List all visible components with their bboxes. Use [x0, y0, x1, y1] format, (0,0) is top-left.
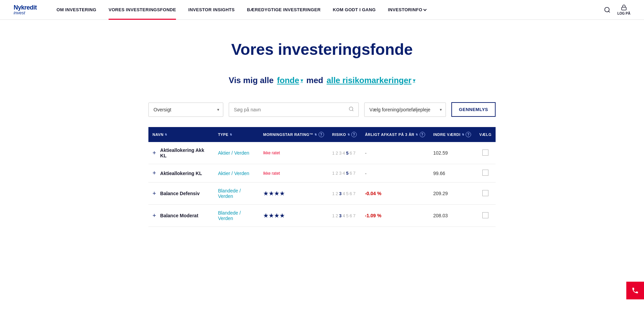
filter-fonde-link[interactable]: fonde ▾	[277, 76, 303, 85]
overview-select[interactable]: Oversigt	[148, 103, 223, 117]
fonde-arrow-icon: ▾	[301, 78, 303, 83]
fund-vaelg	[475, 142, 496, 164]
sort-navn-icon: ⇅	[165, 133, 167, 136]
fund-afkast: -1.09 %	[361, 205, 429, 227]
sort-afkast-icon: ⇅	[416, 133, 418, 136]
fund-vaelg	[475, 205, 496, 227]
fund-indrevaerdi: 209.29	[429, 183, 476, 205]
fund-afkast: -	[361, 164, 429, 183]
table-body: + Aktieallokering Akk KL Aktier / Verden…	[148, 142, 496, 227]
col-vaelg: VÆLG	[475, 127, 496, 142]
sort-indrevaerdi-icon: ⇅	[462, 133, 465, 136]
fund-select-checkbox[interactable]	[482, 150, 488, 156]
expand-row-icon[interactable]: +	[152, 212, 156, 219]
help-indrevaerdi-icon[interactable]: ?	[466, 132, 471, 137]
forening-select-wrapper: Vælg forening/porteføljepleje ▾	[364, 103, 446, 117]
search-button[interactable]	[604, 6, 611, 13]
help-afkast-icon[interactable]: ?	[420, 132, 425, 137]
fund-select-checkbox[interactable]	[482, 170, 488, 176]
sort-morningstar-icon: ⇅	[315, 133, 317, 136]
filter-sentence: Vis mig alle fonde ▾ med alle risikomark…	[7, 76, 637, 85]
expand-row-icon[interactable]: +	[152, 190, 156, 197]
col-indrevaerdi[interactable]: INDRE VÆRDI ⇅ ?	[429, 127, 476, 142]
fund-type[interactable]: Blandede / Verden	[214, 205, 259, 227]
svg-point-3	[349, 107, 353, 111]
nav-item-om-investering[interactable]: OM INVESTERING	[50, 0, 102, 20]
fund-name: Balance Defensiv	[160, 191, 200, 196]
expand-row-icon[interactable]: +	[152, 170, 156, 177]
funds-table: NAVN ⇅ TYPE ⇅ MORNINGSTAR RATING™	[148, 127, 496, 227]
risiko-arrow-icon: ▾	[413, 78, 415, 83]
expand-row-icon[interactable]: +	[152, 150, 156, 157]
fund-type[interactable]: Aktier / Verden	[214, 164, 259, 183]
table-row: + Balance Defensiv Blandede / Verden★★★★…	[148, 183, 496, 205]
sort-risiko-icon: ⇅	[348, 133, 350, 136]
login-button[interactable]: LOG PÅ	[617, 4, 630, 15]
sort-type-icon: ⇅	[230, 133, 232, 136]
col-morningstar[interactable]: MORNINGSTAR RATING™ ⇅ ?	[259, 127, 328, 142]
filter-risiko-link[interactable]: alle risikomarkeringer ▾	[326, 76, 415, 85]
filter-prefix: Vis mig alle	[229, 76, 274, 85]
fund-rating: ★★★★	[259, 183, 328, 205]
fund-afkast: -0.04 %	[361, 183, 429, 205]
login-label: LOG PÅ	[617, 12, 630, 15]
fund-rating: Ikke ratet	[259, 164, 328, 183]
logo-invest: invest	[14, 11, 37, 15]
fund-select-checkbox[interactable]	[482, 190, 488, 196]
search-wrapper	[229, 103, 359, 117]
header-icons: LOG PÅ	[604, 4, 630, 15]
table-header: NAVN ⇅ TYPE ⇅ MORNINGSTAR RATING™	[148, 127, 496, 142]
fund-name: Balance Moderat	[160, 213, 198, 218]
main-content: Vores investeringsfonde Vis mig alle fon…	[0, 20, 644, 240]
fund-indrevaerdi: 99.66	[429, 164, 476, 183]
help-morningstar-icon[interactable]: ?	[319, 132, 324, 137]
svg-line-1	[609, 11, 610, 12]
fund-afkast: -	[361, 142, 429, 164]
nav-item-investor-insights[interactable]: INVESTOR INSIGHTS	[182, 0, 241, 20]
table-row: + Aktieallokering Akk KL Aktier / Verden…	[148, 142, 496, 164]
fund-risiko: 1234567	[328, 142, 361, 164]
header: Nykredit invest OM INVESTERING VORES INV…	[0, 0, 644, 20]
logo-nykredit: Nykredit	[14, 4, 37, 11]
table-container: NAVN ⇅ TYPE ⇅ MORNINGSTAR RATING™	[135, 127, 509, 227]
col-navn[interactable]: NAVN ⇅	[148, 127, 214, 142]
fund-risiko: 1234567	[328, 183, 361, 205]
overview-select-wrapper: Oversigt ▾	[148, 103, 223, 117]
filter-middle: med	[306, 76, 323, 85]
table-row: + Aktieallokering KL Aktier / VerdenIkke…	[148, 164, 496, 183]
controls: Oversigt ▾ Vælg forening/porteføljepleje…	[135, 102, 509, 127]
chevron-down-icon	[423, 7, 426, 11]
fund-rating: Ikke ratet	[259, 142, 328, 164]
fund-rating: ★★★★	[259, 205, 328, 227]
forening-select[interactable]: Vælg forening/porteføljepleje	[364, 103, 446, 117]
lock-icon	[621, 4, 627, 11]
main-nav: OM INVESTERING VORES INVESTERINGSFONDE I…	[50, 0, 604, 20]
fund-risiko: 1234567	[328, 205, 361, 227]
nav-item-kom-godt-i-gang[interactable]: KOM GODT I GANG	[327, 0, 382, 20]
svg-line-4	[352, 110, 353, 111]
fund-indrevaerdi: 102.59	[429, 142, 476, 164]
search-input-icon	[349, 106, 354, 113]
fund-indrevaerdi: 208.03	[429, 205, 476, 227]
gennemlys-button[interactable]: GENNEMLYS	[451, 102, 496, 117]
fund-vaelg	[475, 164, 496, 183]
help-risiko-icon[interactable]: ?	[351, 132, 357, 137]
table-row: + Balance Moderat Blandede / Verden★★★★1…	[148, 205, 496, 227]
fund-name: Aktieallokering Akk KL	[160, 147, 210, 158]
svg-point-0	[605, 7, 609, 12]
page-title: Vores investeringsfonde	[7, 40, 637, 59]
nav-item-vores-investeringsfonde[interactable]: VORES INVESTERINGSFONDE	[102, 0, 182, 20]
col-type[interactable]: TYPE ⇅	[214, 127, 259, 142]
col-afkast[interactable]: ÅRLIGT AFKAST PÅ 3 ÅR ⇅ ?	[361, 127, 429, 142]
logo[interactable]: Nykredit invest	[14, 4, 37, 15]
fund-risiko: 1234567	[328, 164, 361, 183]
search-icon	[604, 6, 611, 13]
col-risiko[interactable]: RISIKO ⇅ ?	[328, 127, 361, 142]
fund-type[interactable]: Blandede / Verden	[214, 183, 259, 205]
search-input[interactable]	[229, 103, 359, 117]
nav-item-baeredygtige-investeringer[interactable]: BÆREDYGTIGE INVESTERINGER	[241, 0, 327, 20]
fund-select-checkbox[interactable]	[482, 212, 488, 218]
fund-type[interactable]: Aktier / Verden	[214, 142, 259, 164]
fund-name: Aktieallokering KL	[160, 171, 202, 176]
nav-item-investorinfo[interactable]: INVESTORINFO	[382, 0, 432, 20]
